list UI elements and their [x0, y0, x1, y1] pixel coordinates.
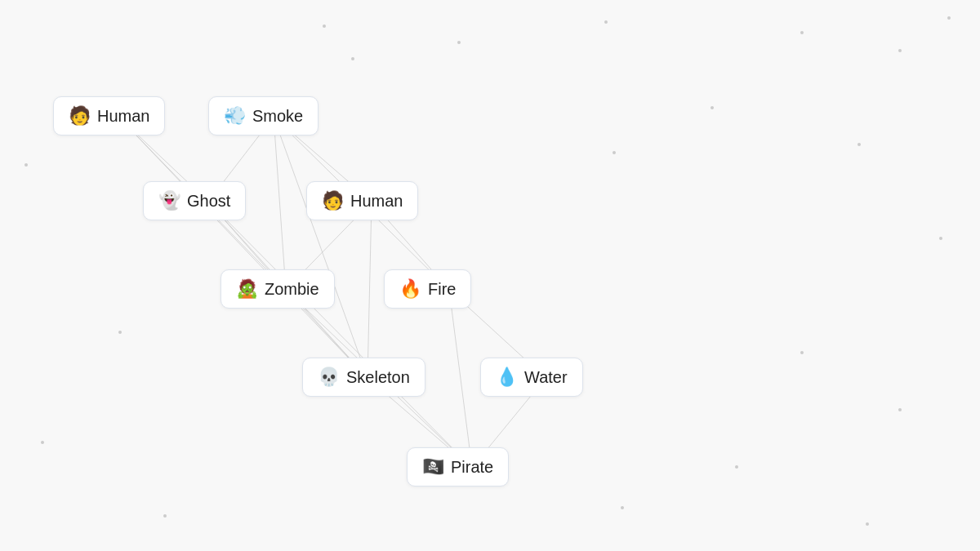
- decorative-dot: [604, 20, 608, 24]
- decorative-dot: [41, 441, 44, 444]
- element-label-smoke: Smoke: [252, 107, 303, 126]
- element-label-fire: Fire: [428, 280, 456, 299]
- element-emoji-human1: 🧑: [69, 105, 91, 127]
- connection-line: [274, 117, 368, 378]
- decorative-dot: [710, 106, 714, 109]
- element-label-zombie: Zombie: [265, 280, 319, 299]
- decorative-dot: [939, 237, 942, 240]
- element-label-ghost: Ghost: [187, 192, 230, 211]
- decorative-dot: [621, 506, 624, 509]
- decorative-dot: [866, 522, 869, 526]
- element-node-smoke[interactable]: 💨Smoke: [208, 96, 318, 136]
- element-node-fire[interactable]: 🔥Fire: [384, 269, 471, 309]
- element-label-human1: Human: [97, 107, 149, 126]
- decorative-dot: [947, 16, 951, 20]
- element-emoji-smoke: 💨: [224, 105, 246, 127]
- connection-line: [449, 290, 472, 468]
- element-label-pirate: Pirate: [451, 458, 493, 477]
- element-emoji-ghost: 👻: [158, 190, 180, 211]
- element-node-zombie[interactable]: 🧟Zombie: [220, 269, 335, 309]
- decorative-dot: [800, 351, 804, 354]
- element-emoji-skeleton: 💀: [318, 367, 340, 388]
- decorative-dot: [24, 163, 28, 167]
- decorative-dot: [457, 41, 461, 44]
- decorative-dot: [351, 57, 354, 60]
- element-node-water[interactable]: 💧Water: [480, 358, 583, 397]
- element-node-human2[interactable]: 🧑Human: [306, 181, 418, 220]
- element-emoji-pirate: 🏴‍☠️: [422, 456, 444, 478]
- element-node-skeleton[interactable]: 💀Skeleton: [302, 358, 425, 397]
- connection-line: [208, 202, 472, 468]
- decorative-dot: [800, 31, 804, 34]
- element-emoji-human2: 🧑: [322, 190, 344, 211]
- element-label-human2: Human: [350, 192, 403, 211]
- decorative-dot: [898, 408, 902, 411]
- decorative-dot: [858, 143, 861, 146]
- element-node-human1[interactable]: 🧑Human: [53, 96, 165, 136]
- decorative-dot: [163, 514, 167, 518]
- element-label-water: Water: [524, 368, 568, 387]
- element-node-pirate[interactable]: 🏴‍☠️Pirate: [407, 447, 509, 487]
- decorative-dot: [898, 49, 902, 52]
- element-emoji-zombie: 🧟: [236, 278, 258, 300]
- element-emoji-fire: 🔥: [399, 278, 421, 300]
- element-label-skeleton: Skeleton: [346, 368, 410, 387]
- connection-line: [368, 202, 372, 378]
- decorative-dot: [612, 151, 616, 154]
- decorative-dot: [323, 24, 326, 28]
- decorative-dot: [118, 331, 122, 334]
- connection-line: [274, 117, 286, 290]
- element-node-ghost[interactable]: 👻Ghost: [143, 181, 246, 220]
- element-emoji-water: 💧: [496, 367, 518, 388]
- decorative-dot: [735, 465, 738, 469]
- connection-line: [118, 117, 368, 378]
